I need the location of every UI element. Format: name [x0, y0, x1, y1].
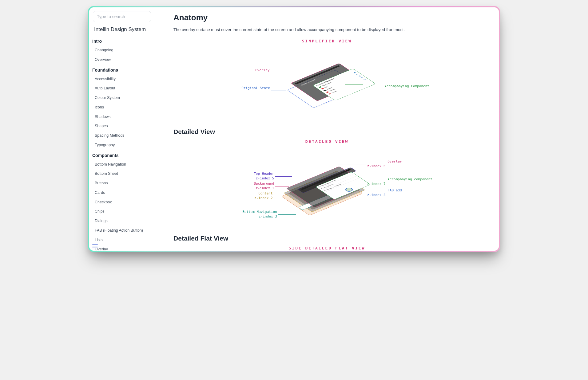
nav-item-overview[interactable]: Overview [89, 55, 155, 65]
main-content: Anatomy The overlay surface must cover t… [155, 7, 499, 251]
page-lead: The overlay surface must cover the curre… [173, 27, 480, 33]
nav-item-lists[interactable]: Lists [89, 235, 155, 245]
nav-item-typography[interactable]: Typography [89, 140, 155, 150]
nav-group-components[interactable]: Components [89, 150, 155, 160]
figure-simplified: Create account Country of Residence Saud… [173, 45, 480, 119]
callout-bottom-nav: Bottom Navigation z-index 3 [222, 205, 277, 223]
menu-icon[interactable] [92, 244, 98, 248]
nav-item-changelog[interactable]: Changelog [89, 45, 155, 55]
window-frame: Intellin Design System Intro Changelog O… [88, 6, 500, 252]
callout-overlay: Overlay [235, 64, 270, 82]
nav-item-spacing-methods[interactable]: Spacing Methods [89, 131, 155, 140]
callout-overlay-z: Overlay z-index 6 [367, 155, 402, 173]
sidebar: Intellin Design System Intro Changelog O… [89, 7, 155, 251]
nav-item-shapes[interactable]: Shapes [89, 121, 155, 131]
nav-item-cards[interactable]: Cards [89, 188, 155, 198]
nav-item-chips[interactable]: Chips [89, 207, 155, 216]
nav-item-auto-layout[interactable]: Auto Layout [89, 84, 155, 93]
sheet-row: Oman [332, 91, 337, 93]
figure-detailed: Add Dosage Reminder BMI Calculator Manag… [173, 146, 480, 225]
nav-item-bottom-sheet[interactable]: Bottom Sheet [89, 169, 155, 178]
nav-item-bottom-navigation[interactable]: Bottom Navigation [89, 160, 155, 169]
heading-detailed-view: Detailed View [173, 128, 480, 135]
search-input[interactable] [93, 11, 151, 22]
nav-item-dialogs[interactable]: Dialogs [89, 216, 155, 226]
heading-detailed-flat-view: Detailed Flat View [173, 235, 480, 242]
figure-title-flat: SIDE DETAILED FLAT VIEW [173, 246, 480, 250]
nav-group-foundations[interactable]: Foundations [89, 65, 155, 74]
callout-accompanying: Accompanying Component [364, 75, 429, 93]
brand-title[interactable]: Intellin Design System [89, 26, 155, 36]
nav-item-buttons[interactable]: Buttons [89, 178, 155, 188]
nav-item-accessibility[interactable]: Accessibility [89, 74, 155, 84]
callout-fab-z: FAB add z-index 4 [367, 184, 402, 202]
callout-original-state: Original State [221, 81, 270, 100]
nav-item-overlay[interactable]: Overlay [89, 245, 155, 251]
nav-item-checkbox[interactable]: Checkbox [89, 198, 155, 207]
figure-title-detailed: DETAILED VIEW [173, 139, 480, 144]
nav-item-shadows[interactable]: Shadows [89, 112, 155, 122]
nav-item-colour-system[interactable]: Colour System [89, 93, 155, 103]
app-window: Intellin Design System Intro Changelog O… [89, 7, 499, 251]
nav-group-intro[interactable]: Intro [89, 36, 155, 45]
page-title: Anatomy [173, 13, 480, 22]
callout-content: Content z-index 2 [238, 187, 273, 205]
nav-item-fab[interactable]: FAB (Floating Action Button) [89, 226, 155, 235]
figure-title-simplified: SIMPLIFIED VIEW [173, 39, 480, 43]
nav-item-icons[interactable]: Icons [89, 103, 155, 112]
